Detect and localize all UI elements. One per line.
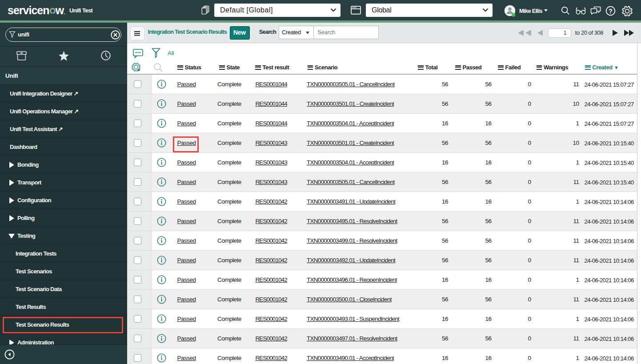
svg-text:?: ?	[609, 8, 613, 15]
